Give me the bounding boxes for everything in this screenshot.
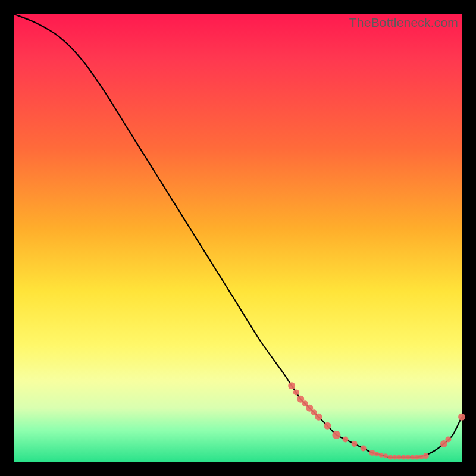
marker-point <box>361 445 367 451</box>
chart-svg <box>14 14 462 462</box>
marker-point <box>315 414 322 421</box>
marker-point <box>293 389 299 395</box>
marker-point <box>401 455 406 460</box>
marker-point <box>332 431 340 439</box>
marker-point <box>392 455 397 460</box>
marker-point <box>288 382 295 389</box>
marker-point <box>379 453 384 458</box>
marker-point <box>397 455 402 460</box>
marker-point <box>445 436 451 442</box>
marker-point <box>369 450 375 456</box>
marker-point <box>352 441 358 447</box>
marker-point <box>410 455 415 460</box>
marker-point <box>343 436 349 442</box>
marker-point <box>406 455 411 460</box>
marker-point <box>423 453 429 459</box>
marker-point <box>458 414 465 421</box>
marker-point <box>415 455 419 460</box>
marker-point <box>324 422 331 430</box>
marker-point <box>374 452 379 456</box>
marker-point <box>383 453 388 458</box>
plot-area: TheBottleneck.com <box>14 14 462 462</box>
chart-frame: TheBottleneck.com <box>0 0 476 476</box>
bottleneck-curve <box>14 14 462 458</box>
marker-point <box>388 455 393 460</box>
